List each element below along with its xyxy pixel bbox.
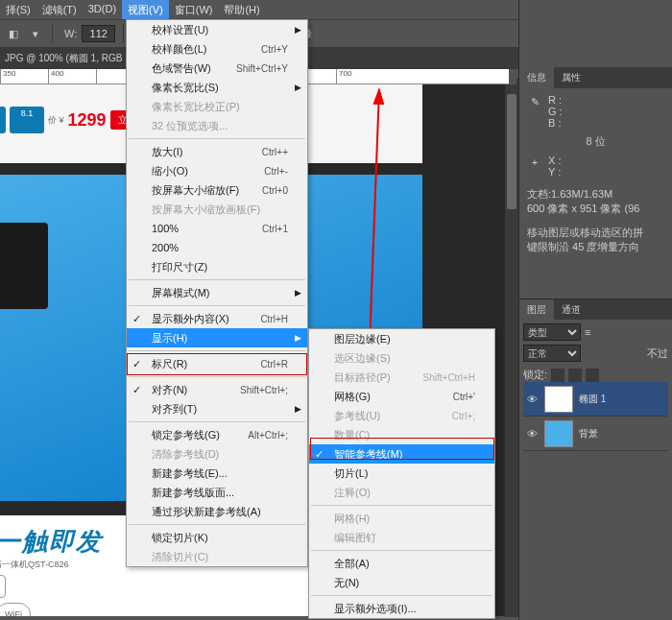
menu-item[interactable]: 校样设置(U)▶	[127, 20, 307, 39]
menu-item: 目标路径(P)Shift+Ctrl+H	[309, 368, 494, 387]
visibility-icon[interactable]: 👁	[525, 428, 539, 440]
menu-item: 网格(H)	[309, 509, 494, 528]
menu-item[interactable]: 新建参考线(E)...	[127, 464, 307, 483]
menu-item[interactable]: 显示(H)▶	[127, 328, 307, 347]
menu-item[interactable]: 色域警告(W)Shift+Ctrl+Y	[127, 59, 307, 78]
tab-properties[interactable]: 属性	[554, 67, 588, 88]
menu-item: 编辑图钉	[309, 528, 494, 547]
menu-item: 参考线(U)Ctrl+;	[309, 406, 494, 425]
menu-5[interactable]: 帮助(H)	[218, 0, 265, 19]
menu-item[interactable]: 锁定参考线(G)Alt+Ctrl+;	[127, 425, 307, 444]
menu-item[interactable]: 无(N)	[309, 573, 494, 592]
menu-item[interactable]: 100%Ctrl+1	[127, 219, 307, 238]
scrollbar-vertical[interactable]	[505, 84, 518, 617]
menu-item[interactable]: ✓对齐(N)Shift+Ctrl+;	[127, 380, 307, 399]
menu-4[interactable]: 窗口(W)	[169, 0, 219, 19]
menu-item[interactable]: ✓智能参考线(M)	[309, 444, 494, 464]
menu-item: 按屏幕大小缩放画板(F)	[127, 200, 307, 219]
menu-item: 32 位预览选项...	[127, 116, 307, 135]
menu-2[interactable]: 3D(D)	[83, 0, 122, 19]
tab-layers[interactable]: 图层	[519, 299, 554, 320]
menu-item[interactable]: 缩小(O)Ctrl+-	[127, 161, 307, 180]
tab-info[interactable]: 信息	[519, 67, 554, 88]
show-submenu: 图层边缘(E)选区边缘(S)目标路径(P)Shift+Ctrl+H网格(G)Ct…	[308, 328, 495, 619]
menu-item[interactable]: 显示额外选项(I)...	[309, 599, 494, 618]
menu-item[interactable]: 全部(A)	[309, 554, 494, 573]
layer-row[interactable]: 👁背景	[523, 417, 668, 451]
menu-item: 清除参考线(D)	[127, 444, 307, 464]
menu-item[interactable]: 图层边缘(E)	[309, 329, 494, 348]
menu-item: 像素长宽比校正(P)	[127, 97, 307, 116]
document-tab[interactable]: JPG @ 100% (椭圆 1, RGB	[5, 52, 122, 65]
crosshair-icon: +	[527, 155, 542, 170]
menu-item: 清除切片(C)	[127, 547, 307, 566]
menu-item[interactable]: 校样颜色(L)Ctrl+Y	[127, 39, 307, 59]
menu-item[interactable]: 按屏幕大小缩放(F)Ctrl+0	[127, 180, 307, 200]
menu-item[interactable]: 放大(I)Ctrl++	[127, 142, 307, 161]
menu-item[interactable]: 200%	[127, 238, 307, 257]
menu-item[interactable]: 对齐到(T)▶	[127, 399, 307, 418]
menu-item[interactable]: ✓显示额外内容(X)Ctrl+H	[127, 309, 307, 328]
visibility-icon[interactable]: 👁	[525, 393, 539, 405]
menu-item[interactable]: 新建参考线版面...	[127, 483, 307, 502]
menu-item: 选区边缘(S)	[309, 348, 494, 368]
view-menu: 校样设置(U)▶校样颜色(L)Ctrl+Y色域警告(W)Shift+Ctrl+Y…	[126, 19, 308, 567]
menu-item[interactable]: 网格(G)Ctrl+'	[309, 387, 494, 406]
menu-item: 注释(O)	[309, 483, 494, 502]
menu-item[interactable]: 屏幕模式(M)▶	[127, 283, 307, 302]
menu-item[interactable]: 切片(L)	[309, 464, 494, 483]
menu-item[interactable]: ✓标尺(R)Ctrl+R	[127, 354, 307, 373]
blend-mode-select[interactable]: 正常	[523, 345, 581, 362]
menu-item: 数量(C)	[309, 425, 494, 444]
menu-item[interactable]: 像素长宽比(S)▶	[127, 78, 307, 97]
shape-icon[interactable]: ◧	[5, 25, 22, 42]
menu-1[interactable]: 滤镜(T)	[36, 0, 83, 19]
menu-item[interactable]: 通过形状新建参考线(A)	[127, 502, 307, 521]
menu-item[interactable]: 打印尺寸(Z)	[127, 257, 307, 276]
layer-kind-select[interactable]: 类型	[523, 323, 581, 341]
eyedropper-icon: ✎	[527, 94, 542, 109]
disclosure-icon[interactable]: ▾	[27, 25, 44, 42]
width-label: W:	[64, 28, 77, 39]
width-input[interactable]	[82, 25, 115, 42]
menu-0[interactable]: 择(S)	[0, 0, 36, 19]
right-panel: 信息 属性 ✎R :G :B : 8 位 +X :Y : 文档:1.63M/1.…	[518, 0, 672, 620]
menu-3[interactable]: 视图(V)	[122, 0, 169, 19]
menu-item[interactable]: 锁定切片(K)	[127, 528, 307, 547]
layer-row[interactable]: 👁椭圆 1	[523, 382, 668, 417]
tab-channels[interactable]: 通道	[554, 299, 588, 320]
